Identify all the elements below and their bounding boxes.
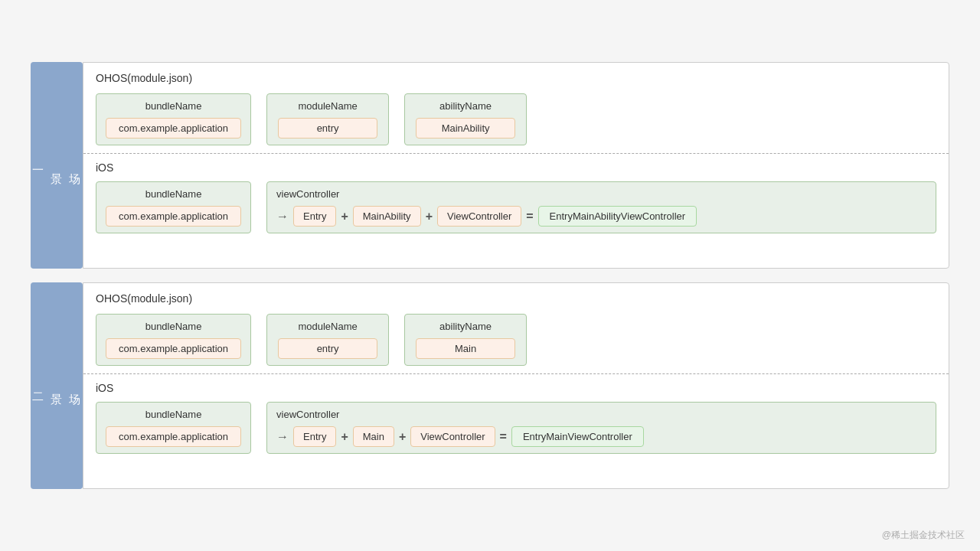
vc-formula-1: → Entry + MainAbility + ViewController =… [276,206,926,227]
scenario-2-content: OHOS(module.json) bundleName com.example… [83,282,949,489]
page-wrapper: 场 景 一 OHOS(module.json) bundleName com.e… [31,62,949,489]
scenario-1-label: 场 景 一 [31,62,83,269]
arrow-icon-2: → [276,430,289,444]
ohos-module-card-2: moduleName entry [266,314,389,366]
vc-result-2: EntryMainViewController [511,426,644,447]
ohos-bundle-label-2: bundleName [145,321,202,332]
vc-main-2: Main [353,426,394,447]
ohos-module-label-1: moduleName [298,100,357,112]
ohos-title-1: OHOS(module.json) [96,72,936,84]
vc-formula-2: → Entry + Main + ViewController = EntryM… [276,426,926,447]
ios-bundle-value-2: com.example.application [106,426,241,447]
vc-entry-2: Entry [293,426,336,447]
ios-bundle-label-1: bundleName [145,188,202,200]
ios-title-1: iOS [96,161,936,174]
ohos-bundle-label-1: bundleName [145,100,202,112]
ohos-ability-label-1: abilityName [439,100,492,112]
ohos-module-value-2: entry [278,338,377,359]
vc-op1-1: + [341,210,348,223]
scenario-1-wrapper: 场 景 一 OHOS(module.json) bundleName com.e… [31,62,949,269]
ohos-bundle-value-1: com.example.application [106,118,241,139]
ios-bundle-label-2: bundleName [145,409,202,420]
watermark: @稀土掘金技术社区 [882,529,965,542]
vc-result-1: EntryMainAbilityViewController [538,206,697,227]
ohos-module-card-1: moduleName entry [266,93,389,145]
ohos-ability-value-2: Main [416,338,515,359]
scenario-2-ios: iOS bundleName com.example.application v… [83,374,949,465]
vc-eq-2: = [500,430,507,444]
ios-title-2: iOS [96,382,936,394]
ohos-ability-card-2: abilityName Main [404,314,527,366]
ohos-ability-card-1: abilityName MainAbility [404,93,527,145]
scenario-1-ohos: OHOS(module.json) bundleName com.example… [83,63,949,154]
vc-op1-2: + [341,430,348,444]
ohos-row-2: bundleName com.example.application modul… [96,314,936,366]
ohos-bundle-value-2: com.example.application [106,338,241,359]
ohos-bundle-card-1: bundleName com.example.application [96,93,251,145]
scenario-1-ios: iOS bundleName com.example.application v… [83,154,949,244]
ohos-module-value-1: entry [278,118,377,139]
vc-main-1: MainAbility [353,206,421,227]
vc-entry-1: Entry [293,206,336,227]
ios-row-2: bundleName com.example.application viewC… [96,402,936,454]
ohos-title-2: OHOS(module.json) [96,292,936,305]
ohos-ability-value-1: MainAbility [416,118,515,139]
vc-card-2: viewController → Entry + Main + ViewCont… [266,402,936,454]
scenario-2-label: 场 景 二 [31,282,83,489]
scenario-1-content: OHOS(module.json) bundleName com.example… [83,62,949,269]
ohos-row-1: bundleName com.example.application modul… [96,93,936,145]
scenario-2-wrapper: 场 景 二 OHOS(module.json) bundleName com.e… [31,282,949,489]
ios-bundle-value-1: com.example.application [106,206,241,227]
ohos-bundle-card-2: bundleName com.example.application [96,314,251,366]
vc-eq-1: = [526,210,533,223]
ohos-ability-label-2: abilityName [439,321,492,332]
ios-bundle-card-1: bundleName com.example.application [96,181,251,233]
scenario-2-ohos: OHOS(module.json) bundleName com.example… [83,283,949,374]
vc-op2-1: + [426,210,433,223]
vc-title-1: viewController [276,188,926,200]
ios-bundle-card-2: bundleName com.example.application [96,402,251,454]
ohos-module-label-2: moduleName [298,321,357,332]
vc-vc-2: ViewController [410,426,495,447]
vc-title-2: viewController [276,409,926,420]
vc-vc-1: ViewController [437,206,521,227]
ios-row-1: bundleName com.example.application viewC… [96,181,936,233]
arrow-icon-1: → [276,210,289,223]
vc-card-1: viewController → Entry + MainAbility + V… [266,181,936,233]
vc-op2-2: + [399,430,406,444]
